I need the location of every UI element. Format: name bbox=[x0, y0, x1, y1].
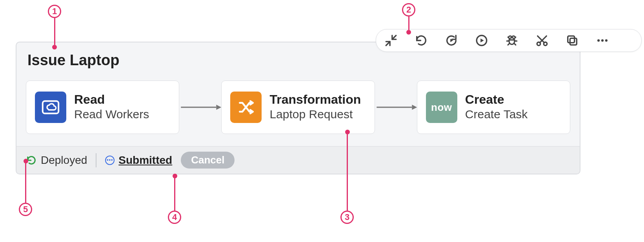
callout-dot bbox=[173, 174, 177, 178]
workflow-step-create[interactable]: now Create Create Task bbox=[417, 81, 570, 134]
svg-point-19 bbox=[605, 39, 608, 42]
workflow-step-transformation[interactable]: Transformation Laptop Request bbox=[221, 81, 375, 134]
svg-marker-2 bbox=[480, 38, 484, 42]
pending-circle-icon: ••• bbox=[105, 156, 115, 165]
play-circle-icon[interactable] bbox=[474, 33, 489, 48]
arrow-icon bbox=[179, 103, 221, 112]
more-icon[interactable] bbox=[595, 33, 610, 48]
callout-dot bbox=[52, 45, 57, 50]
recipe-card: Issue Laptop Read Read Workers bbox=[16, 42, 580, 174]
svg-line-9 bbox=[514, 37, 516, 39]
workflow-step-read[interactable]: Read Read Workers bbox=[26, 81, 179, 134]
collapse-icon[interactable] bbox=[383, 33, 399, 48]
svg-line-8 bbox=[508, 37, 509, 39]
callout-number-4: 4 bbox=[168, 211, 181, 224]
arrow-icon bbox=[375, 103, 417, 112]
callout-number-1: 1 bbox=[48, 5, 61, 18]
bug-icon[interactable] bbox=[504, 33, 520, 48]
status-bar: Deployed ••• Submitted Cancel bbox=[16, 146, 580, 174]
step-title: Read bbox=[74, 93, 149, 106]
deployment-status: Deployed bbox=[26, 154, 87, 167]
callout-number-3: 3 bbox=[340, 211, 354, 224]
svg-marker-22 bbox=[216, 105, 222, 110]
callout-number-2: 2 bbox=[402, 3, 415, 16]
callout-stem bbox=[174, 176, 175, 211]
svg-rect-16 bbox=[568, 36, 575, 43]
svg-line-6 bbox=[508, 43, 509, 45]
deployed-label: Deployed bbox=[41, 154, 87, 167]
svg-point-18 bbox=[601, 39, 604, 42]
callout-dot bbox=[345, 130, 350, 134]
step-subtitle: Laptop Request bbox=[269, 107, 361, 121]
recipe-title: Issue Laptop bbox=[27, 52, 119, 69]
step-subtitle: Read Workers bbox=[74, 107, 149, 121]
callout-number-5: 5 bbox=[19, 203, 32, 216]
servicenow-logo-icon: now bbox=[426, 92, 457, 123]
cut-icon[interactable] bbox=[534, 33, 550, 48]
context-toolbar bbox=[376, 29, 642, 52]
cloud-read-icon bbox=[35, 92, 66, 123]
refresh-icon[interactable] bbox=[413, 33, 429, 48]
step-title: Create bbox=[465, 93, 528, 106]
callout-stem bbox=[25, 161, 26, 203]
step-subtitle: Create Task bbox=[465, 107, 528, 121]
svg-rect-15 bbox=[570, 38, 577, 45]
steps-row: Read Read Workers bbox=[26, 80, 570, 134]
vertical-divider bbox=[96, 153, 96, 167]
callout-dot bbox=[406, 30, 411, 35]
svg-marker-24 bbox=[412, 105, 417, 110]
approval-status: ••• Submitted bbox=[105, 154, 172, 167]
step-title: Transformation bbox=[269, 93, 361, 106]
copy-icon[interactable] bbox=[564, 33, 580, 48]
svg-line-7 bbox=[514, 43, 516, 45]
callout-stem bbox=[347, 132, 348, 211]
submitted-link[interactable]: Submitted bbox=[118, 154, 172, 167]
shuffle-icon bbox=[230, 92, 262, 123]
svg-point-17 bbox=[597, 39, 600, 42]
cancel-button[interactable]: Cancel bbox=[181, 152, 235, 169]
callout-stem bbox=[54, 18, 55, 45]
replay-icon[interactable] bbox=[444, 33, 459, 48]
callout-stem bbox=[408, 16, 409, 30]
callout-dot bbox=[24, 159, 28, 163]
